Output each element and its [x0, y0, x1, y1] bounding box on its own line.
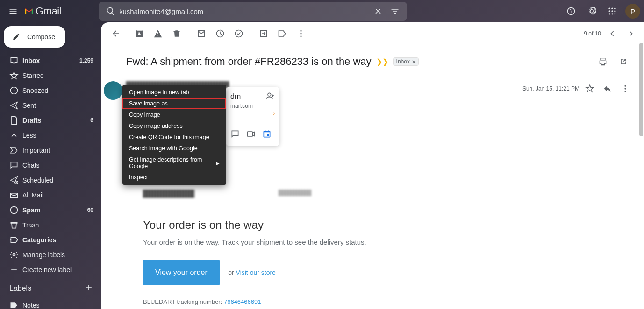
file-icon	[9, 116, 22, 125]
apps-icon	[608, 7, 617, 16]
compose-label: Compose	[27, 33, 55, 41]
more-button[interactable]	[292, 24, 310, 43]
svg-point-22	[624, 88, 626, 89]
ctx-search-image-with-google[interactable]: Search image with Google	[122, 143, 226, 154]
visit-store-link[interactable]: Visit our store	[236, 269, 276, 276]
svg-point-5	[609, 10, 610, 12]
clock-icon	[9, 86, 22, 95]
chat-icon	[9, 161, 22, 170]
sidebar-item-scheduled[interactable]: Scheduled	[0, 173, 101, 188]
inbox-chip[interactable]: Inbox✕	[393, 57, 419, 66]
add-to-tasks-button[interactable]	[229, 24, 248, 43]
message-more-button[interactable]	[618, 81, 633, 96]
sidebar-item-spam[interactable]: Spam60	[0, 203, 101, 218]
svg-rect-27	[267, 134, 269, 136]
tracking-info: BLUEDART tracking number: 76646466691	[143, 298, 463, 305]
back-button[interactable]	[107, 24, 125, 43]
menu-button[interactable]	[4, 2, 22, 21]
star-message-button[interactable]	[582, 81, 597, 96]
categories-icon	[9, 235, 22, 245]
sender-avatar[interactable]	[104, 81, 122, 100]
sidebar-item-chats[interactable]: Chats	[0, 158, 101, 173]
sidebar-item-starred[interactable]: Starred	[0, 68, 101, 83]
label-icon	[9, 301, 22, 309]
ctx-copy-image[interactable]: Copy image	[122, 109, 226, 120]
svg-point-23	[624, 91, 626, 92]
scrollbar-thumb[interactable]	[639, 43, 643, 136]
delete-button[interactable]	[167, 24, 186, 43]
svg-point-6	[611, 10, 613, 12]
apps-button[interactable]	[603, 2, 622, 21]
compose-button[interactable]: Compose	[4, 26, 65, 48]
context-menu: Open image in new tabSave image as...Cop…	[122, 85, 226, 185]
or-text: or Visit our store	[228, 269, 276, 276]
sidebar-item-less[interactable]: Less	[0, 128, 101, 143]
reply-button[interactable]	[600, 81, 615, 96]
ctx-save-image-as-[interactable]: Save image as...	[122, 98, 226, 109]
spam-icon	[9, 205, 22, 215]
important-icon	[9, 146, 22, 155]
support-button[interactable]: ?	[562, 2, 580, 21]
svg-point-2	[609, 8, 610, 9]
sidebar-item-sent[interactable]: Sent	[0, 98, 101, 113]
sidebar-item-categories[interactable]: Categories	[0, 232, 101, 247]
snooze-button[interactable]	[211, 24, 229, 43]
svg-point-24	[268, 93, 271, 96]
settings-button[interactable]	[582, 2, 601, 21]
sidebar-item-manage-labels[interactable]: Manage labels	[0, 247, 101, 262]
sidebar-item-drafts[interactable]: Drafts6	[0, 113, 101, 128]
sidebar: Compose Inbox1,259StarredSnoozedSentDraf…	[0, 22, 101, 309]
sidebar-item-create-new-label[interactable]: Create new label	[0, 262, 101, 277]
clear-search-icon[interactable]	[370, 7, 386, 16]
ctx-copy-image-address[interactable]: Copy image address	[122, 120, 226, 132]
view-order-button[interactable]: View your order	[143, 260, 220, 285]
svg-point-15	[13, 254, 15, 256]
order-ref-redacted	[279, 190, 311, 196]
move-to-button[interactable]	[254, 24, 273, 43]
sidebar-item-inbox[interactable]: Inbox1,259	[0, 53, 101, 68]
svg-point-9	[611, 13, 613, 14]
prev-button[interactable]	[605, 26, 620, 41]
order-heading: Your order is on the way	[143, 218, 463, 232]
sidebar-item-important[interactable]: Important	[0, 143, 101, 158]
important-marker-icon[interactable]: ❯❯	[376, 57, 388, 66]
email-body: Your order is on the way Your order is o…	[126, 190, 463, 305]
search-icon[interactable]	[102, 7, 119, 16]
hovercard-chat-icon[interactable]	[230, 129, 240, 140]
mark-unread-button[interactable]	[192, 24, 211, 43]
search-bar[interactable]	[99, 2, 407, 21]
print-button[interactable]	[594, 52, 612, 71]
add-contact-button[interactable]	[265, 91, 275, 103]
tracking-number-link[interactable]: 76646466691	[224, 298, 261, 305]
account-avatar[interactable]: P	[625, 4, 640, 19]
sidebar-item-all-mail[interactable]: All Mail	[0, 188, 101, 203]
contact-hovercard: dm mail.com ›	[226, 87, 279, 146]
svg-point-3	[611, 8, 613, 9]
star-icon	[9, 71, 22, 80]
hovercard-calendar-icon[interactable]	[262, 129, 272, 140]
gear-icon	[9, 250, 22, 260]
pager-text: 9 of 10	[584, 30, 601, 37]
search-options-icon[interactable]	[386, 7, 403, 16]
archive-button[interactable]	[130, 24, 149, 43]
ctx-get-image-descriptions-from-google[interactable]: Get image descriptions from Google▸	[122, 154, 226, 172]
chip-remove-icon[interactable]: ✕	[412, 59, 415, 64]
svg-point-20	[300, 35, 301, 37]
report-spam-button[interactable]	[149, 24, 167, 43]
menu-icon	[8, 7, 18, 16]
ctx-create-qr-code-for-this-image[interactable]: Create QR Code for this image	[122, 132, 226, 143]
label-notes[interactable]: Notes	[0, 298, 101, 309]
hovercard-video-icon[interactable]	[246, 129, 256, 140]
sidebar-item-snoozed[interactable]: Snoozed	[0, 83, 101, 98]
ctx-open-image-in-new-tab[interactable]: Open image in new tab	[122, 87, 226, 98]
next-button[interactable]	[623, 26, 638, 41]
ctx-inspect[interactable]: Inspect	[122, 172, 226, 183]
open-new-window-button[interactable]	[614, 52, 633, 71]
gmail-logo[interactable]: Gmail	[24, 5, 61, 17]
labels-button[interactable]	[273, 24, 292, 43]
add-label-button[interactable]	[84, 283, 93, 294]
svg-point-18	[300, 30, 301, 32]
search-input[interactable]	[119, 7, 370, 15]
sidebar-item-trash[interactable]: Trash	[0, 218, 101, 232]
chevup-icon	[9, 131, 22, 140]
